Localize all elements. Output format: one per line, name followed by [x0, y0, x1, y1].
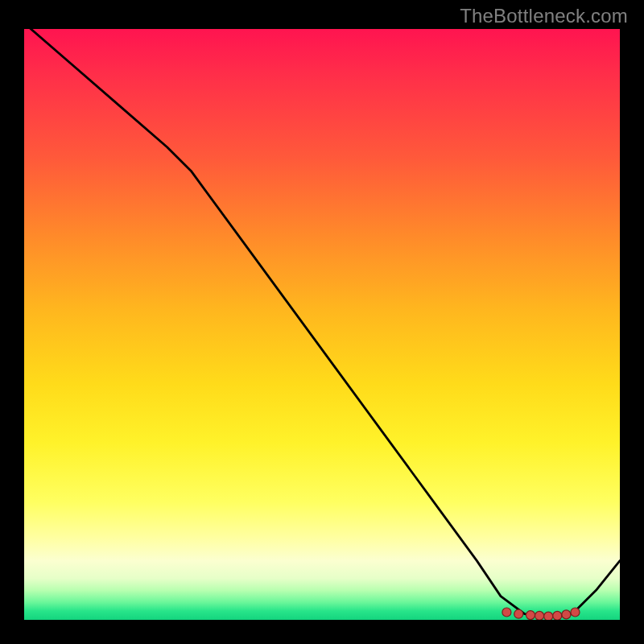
curve-layer — [24, 29, 620, 620]
optimal-point — [502, 608, 511, 617]
optimal-point — [535, 611, 544, 620]
watermark-text: TheBottleneck.com — [460, 5, 628, 27]
optimal-point — [553, 611, 562, 620]
optimal-point — [571, 608, 580, 617]
optimal-range-points — [502, 608, 580, 620]
optimal-point — [514, 609, 523, 618]
optimal-point — [562, 610, 571, 619]
bottleneck-curve-path — [24, 29, 620, 617]
optimal-point — [526, 611, 535, 620]
optimal-point — [544, 612, 553, 620]
chart-frame: TheBottleneck.com — [0, 0, 644, 644]
plot-area — [24, 29, 620, 620]
